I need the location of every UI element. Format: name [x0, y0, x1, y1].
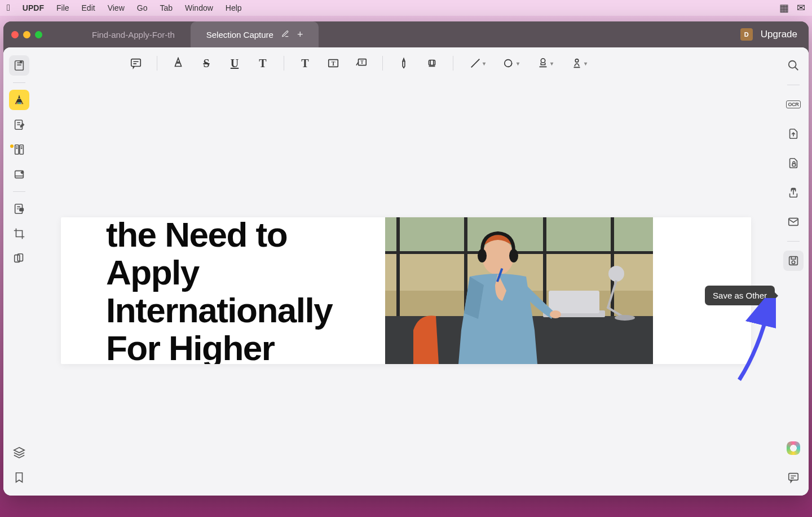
minimize-window-button[interactable]	[23, 31, 30, 38]
menu-window[interactable]: Window	[185, 3, 213, 12]
divider	[157, 56, 157, 71]
tray-icon-2[interactable]: ✉	[797, 2, 805, 14]
protect-icon[interactable]	[783, 153, 804, 173]
ai-assistant-icon[interactable]	[783, 438, 804, 458]
svg-rect-30	[549, 291, 599, 313]
pencil-tool-icon[interactable]	[393, 52, 414, 74]
svg-point-37	[615, 315, 635, 321]
stamp-tool-icon[interactable]: ▾	[531, 52, 558, 74]
layers-icon[interactable]	[9, 442, 29, 463]
svg-point-19	[575, 59, 579, 63]
redact-icon[interactable]	[9, 199, 29, 219]
highlight-tool-icon[interactable]	[167, 52, 189, 74]
callout-tool-icon[interactable]: T	[351, 52, 372, 74]
menu-file[interactable]: File	[56, 3, 69, 12]
svg-rect-43	[789, 474, 798, 480]
svg-text:T: T	[360, 60, 364, 65]
svg-rect-39	[792, 164, 796, 167]
maximize-window-button[interactable]	[35, 31, 42, 38]
comment-tool-icon[interactable]	[9, 90, 29, 110]
squiggly-tool-icon[interactable]: T	[252, 52, 273, 74]
page-content: the Need to Apply Internationally For Hi…	[61, 217, 751, 364]
page-image	[385, 217, 653, 364]
divider	[13, 191, 25, 192]
svg-point-38	[789, 61, 796, 68]
svg-point-35	[550, 310, 561, 318]
comments-panel-icon[interactable]	[783, 467, 804, 488]
svg-rect-16	[429, 60, 435, 65]
app-window: Find-and-Apply-For-th Selection Capture …	[3, 21, 809, 496]
macos-menubar:  UPDF File Edit View Go Tab Window Help…	[0, 0, 812, 16]
crop-icon[interactable]	[9, 224, 29, 244]
svg-text:T: T	[332, 60, 336, 67]
ocr-icon[interactable]: OCR	[783, 94, 804, 115]
tab-bar: Find-and-Apply-For-th Selection Capture …	[3, 21, 809, 47]
reader-mode-icon[interactable]	[9, 55, 29, 76]
strikethrough-tool-icon[interactable]: S	[196, 52, 217, 74]
divider	[284, 56, 284, 71]
textbox-tool-icon[interactable]: T	[323, 52, 344, 74]
menu-edit[interactable]: Edit	[82, 3, 95, 12]
line-tool-icon[interactable]: ▾	[464, 52, 491, 74]
search-icon[interactable]	[783, 55, 804, 76]
convert-icon[interactable]	[783, 124, 804, 144]
menu-help[interactable]: Help	[226, 3, 242, 12]
upgrade-button[interactable]: Upgrade	[761, 29, 801, 40]
menu-go[interactable]: Go	[137, 3, 148, 12]
shape-tool-icon[interactable]: ▾	[497, 52, 524, 74]
window-controls	[11, 31, 42, 38]
content-area: S U T T T T	[35, 47, 778, 496]
divider	[13, 82, 25, 83]
organize-pages-icon[interactable]	[9, 139, 29, 160]
svg-rect-11	[131, 59, 141, 67]
menu-tab[interactable]: Tab	[160, 3, 173, 12]
tab-label: Find-and-Apply-For-th	[92, 30, 175, 40]
menubar-right: ▦ ✉	[779, 2, 805, 14]
menu-view[interactable]: View	[108, 3, 125, 12]
svg-rect-27	[385, 251, 653, 254]
left-sidebar	[3, 47, 35, 496]
svg-rect-2	[16, 103, 23, 104]
user-avatar[interactable]: D	[740, 28, 753, 41]
edit-pdf-icon[interactable]	[9, 115, 29, 135]
save-as-other-tooltip: Save as Other	[705, 286, 775, 305]
note-tool-icon[interactable]	[125, 52, 147, 74]
annotation-toolbar: S U T T T T	[35, 47, 778, 79]
tabbar-right: D Upgrade	[740, 28, 801, 41]
svg-point-31	[482, 239, 514, 275]
share-icon[interactable]	[783, 182, 804, 203]
svg-point-36	[608, 266, 624, 282]
save-as-other-icon[interactable]	[783, 251, 804, 271]
main-area: S U T T T T	[3, 47, 809, 496]
bookmark-icon[interactable]	[9, 467, 29, 488]
svg-rect-4	[15, 145, 19, 155]
svg-rect-8	[20, 208, 23, 211]
svg-point-18	[541, 59, 545, 63]
right-sidebar: OCR	[778, 47, 809, 496]
svg-rect-1	[20, 61, 22, 63]
tab-label: Selection Capture	[206, 30, 273, 40]
signature-tool-icon[interactable]: ▾	[565, 52, 592, 74]
compare-icon[interactable]	[9, 248, 29, 269]
document-heading: the Need to Apply Internationally For Hi…	[106, 217, 385, 364]
divider	[787, 85, 800, 85]
divider	[787, 241, 800, 242]
new-tab-in-group-icon[interactable]: +	[297, 29, 303, 41]
eraser-tool-icon[interactable]	[421, 52, 443, 74]
app-name[interactable]: UPDF	[23, 3, 44, 12]
tray-icon-1[interactable]: ▦	[779, 2, 789, 14]
underline-tool-icon[interactable]: U	[224, 52, 245, 74]
rename-tab-icon[interactable]	[281, 30, 289, 40]
text-tool-icon[interactable]: T	[294, 52, 316, 74]
email-icon[interactable]	[783, 212, 804, 232]
tab-active[interactable]: Selection Capture +	[191, 21, 319, 47]
active-indicator-dot	[10, 144, 14, 148]
document-canvas[interactable]: the Need to Apply Internationally For Hi…	[35, 79, 778, 496]
apple-logo-icon[interactable]: 	[7, 3, 10, 13]
page-text-region: the Need to Apply Internationally For Hi…	[61, 217, 385, 364]
divider	[382, 56, 383, 71]
fill-sign-icon[interactable]	[9, 164, 29, 185]
svg-rect-23	[396, 217, 400, 330]
close-window-button[interactable]	[11, 31, 19, 38]
tab-inactive[interactable]: Find-and-Apply-For-th	[76, 21, 191, 47]
